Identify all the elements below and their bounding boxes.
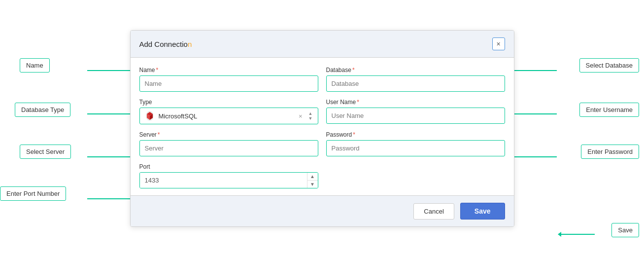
form-group-name: Name* xyxy=(139,67,318,92)
annotation-database-type: Database Type xyxy=(15,103,70,117)
server-label: Server* xyxy=(139,131,318,138)
form-row-1: Name* Database* xyxy=(139,67,505,92)
port-down-button[interactable]: ▼ xyxy=(307,181,318,188)
type-clear-button[interactable]: × xyxy=(299,112,303,120)
arrow-enter-username xyxy=(508,113,557,114)
name-label: Name* xyxy=(139,67,318,73)
form-row-2: Type MicrosoftSQL xyxy=(139,99,505,124)
arrow-select-server xyxy=(87,156,136,157)
form-group-password: Password* xyxy=(326,131,505,156)
annotation-select-database: Select Database xyxy=(579,58,639,73)
port-input-wrapper: ▲ ▼ xyxy=(139,172,318,188)
form-group-server: Server* xyxy=(139,131,318,156)
port-label: Port xyxy=(139,163,318,170)
arrow-name xyxy=(87,70,136,71)
arrow-enter-port xyxy=(87,198,136,199)
arrow-database-type xyxy=(87,113,136,114)
annotation-name: Name xyxy=(20,58,50,73)
dialog-body: Name* Database* Type xyxy=(131,58,514,188)
form-row-4: Port ▲ ▼ xyxy=(139,163,505,188)
dialog-header: Add Connection × xyxy=(131,31,514,58)
page-wrapper: Name Database Type Select Server Enter P… xyxy=(0,0,644,257)
annotation-select-server: Select Server xyxy=(20,145,71,159)
username-input[interactable] xyxy=(326,108,505,124)
username-label: User Name* xyxy=(326,99,505,106)
add-connection-dialog: Add Connection × Name* Database* xyxy=(130,30,514,227)
mssql-icon xyxy=(145,111,155,121)
form-group-username: User Name* xyxy=(326,99,505,124)
form-group-type: Type MicrosoftSQL xyxy=(139,99,318,124)
annotation-enter-username: Enter Username xyxy=(579,103,639,117)
close-button[interactable]: × xyxy=(492,37,505,50)
port-spinners: ▲ ▼ xyxy=(307,173,318,188)
cancel-button[interactable]: Cancel xyxy=(413,203,454,220)
type-arrow-up[interactable]: ▲ xyxy=(308,111,313,116)
arrow-select-database xyxy=(508,70,557,71)
dialog-title: Add Connection xyxy=(139,40,192,48)
type-value-text: MicrosoftSQL xyxy=(159,112,295,120)
type-select[interactable]: MicrosoftSQL × ▲ ▼ xyxy=(139,108,318,124)
type-spinner[interactable]: ▲ ▼ xyxy=(308,111,313,121)
password-label: Password* xyxy=(326,131,505,138)
arrowhead-save xyxy=(558,232,561,237)
annotation-save: Save xyxy=(611,223,639,237)
form-row-3: Server* Password* xyxy=(139,131,505,156)
annotation-enter-password: Enter Password xyxy=(581,145,639,159)
type-arrow-down[interactable]: ▼ xyxy=(308,116,313,121)
form-group-empty xyxy=(326,163,505,188)
port-input[interactable] xyxy=(140,173,307,188)
port-up-button[interactable]: ▲ xyxy=(307,173,318,181)
type-label: Type xyxy=(139,99,318,106)
arrow-save xyxy=(560,234,595,235)
arrow-enter-password xyxy=(508,156,557,157)
server-input[interactable] xyxy=(139,140,318,156)
dialog-footer: Cancel Save xyxy=(131,195,514,226)
database-label: Database* xyxy=(326,67,505,73)
name-input[interactable] xyxy=(139,75,318,92)
password-input[interactable] xyxy=(326,140,505,156)
save-button[interactable]: Save xyxy=(460,203,505,220)
annotation-enter-port: Enter Port Number xyxy=(0,186,66,201)
database-input[interactable] xyxy=(326,75,505,92)
form-group-port: Port ▲ ▼ xyxy=(139,163,318,188)
form-group-database: Database* xyxy=(326,67,505,92)
